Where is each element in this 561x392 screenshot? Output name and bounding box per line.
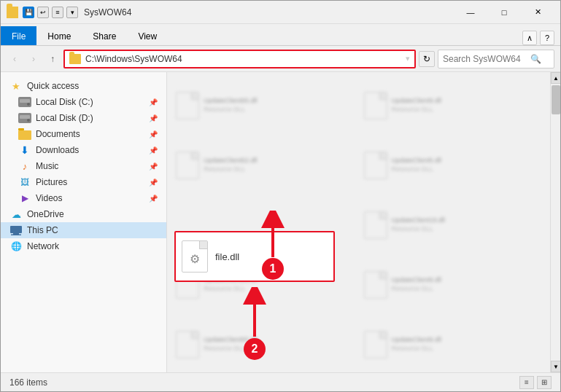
properties-quick-btn[interactable]: ≡	[52, 7, 63, 18]
refresh-button[interactable]: ↻	[419, 51, 435, 67]
search-input[interactable]	[443, 54, 530, 64]
sidebar-label-local-disk-c: Local Disk (C:)	[36, 97, 149, 107]
background-files: UpdateClient65.dllResource DLL UpdateCli…	[167, 72, 550, 372]
annotation-circle-1: 1	[262, 258, 284, 280]
content-area: UpdateClient65.dllResource DLL UpdateCli…	[167, 72, 560, 372]
bg-file-8: UpdateClient9.dllResource DLL	[360, 256, 546, 314]
bg-file-10: UpdateClient9.dllResource DLL	[360, 315, 546, 372]
videos-icon: ▶	[18, 192, 31, 204]
bg-file-6: UpdateClient19.dllResource DLL	[360, 196, 546, 254]
window-icon	[7, 7, 18, 18]
minimize-button[interactable]: —	[454, 1, 487, 24]
details-view-btn[interactable]: ≡	[519, 376, 534, 389]
sidebar-item-local-disk-d[interactable]: Local Disk (D:) 📌	[1, 110, 166, 126]
svg-point-5	[27, 119, 30, 122]
sidebar-label-onedrive: OneDrive	[27, 209, 158, 219]
scrollbar[interactable]: ▲ ▼	[550, 72, 560, 372]
ribbon-right: ∧ ?	[522, 31, 560, 45]
svg-rect-1	[20, 99, 30, 103]
sidebar-item-music[interactable]: ♪ Music 📌	[1, 158, 166, 174]
status-bar: 166 items ≡ ⊞	[1, 372, 560, 391]
ribbon: File Home Share View ∧ ?	[1, 24, 560, 46]
save-quick-btn[interactable]: 💾	[23, 7, 34, 18]
sidebar-item-downloads[interactable]: ⬇ Downloads 📌	[1, 142, 166, 158]
scroll-down-btn[interactable]: ▼	[551, 361, 560, 372]
annotation-arrow-2	[242, 287, 267, 340]
search-box: 🔍	[438, 50, 554, 68]
pictures-icon: 🖼	[18, 176, 31, 188]
main-content: ★ Quick access Local Disk (C:) 📌 Local D…	[1, 72, 560, 372]
pin-icon-documents: 📌	[149, 130, 158, 138]
downloads-icon: ⬇	[18, 144, 31, 156]
undo-quick-btn[interactable]: ↩	[37, 7, 49, 18]
file-dll-name: file.dll	[215, 251, 239, 262]
forward-button[interactable]: ›	[26, 51, 42, 67]
documents-icon	[18, 128, 31, 140]
annotation-circle-2: 2	[244, 338, 266, 360]
sidebar-item-videos[interactable]: ▶ Videos 📌	[1, 190, 166, 206]
pin-icon-videos: 📌	[149, 195, 158, 203]
svg-point-2	[27, 103, 30, 106]
annotation-arrow-1	[260, 211, 285, 260]
sidebar-label-music: Music	[36, 161, 149, 171]
network-icon: 🌐	[9, 240, 23, 252]
address-dropdown-icon[interactable]: ▾	[406, 54, 410, 63]
ribbon-tab-bar: File Home Share View ∧ ?	[1, 24, 560, 46]
scroll-up-btn[interactable]: ▲	[551, 72, 560, 84]
sidebar-label-downloads: Downloads	[36, 145, 149, 155]
sidebar-item-onedrive[interactable]: ☁ OneDrive	[1, 206, 166, 222]
up-button[interactable]: ↑	[45, 51, 61, 67]
sidebar-label-videos: Videos	[36, 193, 149, 203]
sidebar-label-documents: Documents	[36, 129, 149, 139]
tab-view[interactable]: View	[127, 26, 168, 45]
svg-rect-4	[20, 115, 30, 119]
address-folder-icon	[69, 54, 81, 64]
svg-rect-11	[11, 235, 21, 236]
sidebar-label-local-disk-d: Local Disk (D:)	[36, 113, 149, 123]
file-dll-icon: ⚙	[182, 240, 208, 273]
ribbon-help-btn[interactable]: ?	[540, 31, 554, 45]
sidebar-label-network: Network	[27, 241, 158, 251]
sidebar-item-pictures[interactable]: 🖼 Pictures 📌	[1, 174, 166, 190]
pin-icon-pictures: 📌	[149, 179, 158, 187]
window-title: SysWOW64	[84, 7, 454, 17]
sidebar-item-network[interactable]: 🌐 Network	[1, 238, 166, 254]
title-bar: 💾 ↩ ≡ ▾ SysWOW64 — □ ✕	[1, 1, 560, 24]
ribbon-collapse-btn[interactable]: ∧	[522, 31, 537, 45]
close-button[interactable]: ✕	[521, 1, 554, 24]
large-icons-view-btn[interactable]: ⊞	[537, 376, 552, 389]
star-icon: ★	[9, 80, 23, 92]
quick-access-toolbar: 💾 ↩ ≡ ▾	[23, 7, 78, 18]
address-bar: ‹ › ↑ C:\Windows\SysWOW64 ▾ ↻ 🔍	[1, 46, 560, 72]
highlighted-file[interactable]: ⚙ file.dll	[174, 231, 335, 282]
sidebar-item-documents[interactable]: Documents 📌	[1, 126, 166, 142]
address-field[interactable]: C:\Windows\SysWOW64 ▾	[63, 50, 416, 68]
pin-icon-downloads: 📌	[149, 146, 158, 154]
pin-icon-d: 📌	[149, 114, 158, 122]
disk-d-icon	[18, 112, 31, 124]
tab-share[interactable]: Share	[82, 26, 127, 45]
sidebar-label-quick-access: Quick access	[27, 81, 158, 91]
sidebar-item-local-disk-c[interactable]: Local Disk (C:) 📌	[1, 94, 166, 110]
sidebar-item-quick-access[interactable]: ★ Quick access	[1, 78, 166, 94]
maximize-button[interactable]: □	[487, 1, 521, 24]
tab-home[interactable]: Home	[36, 26, 82, 45]
dropdown-quick-btn[interactable]: ▾	[66, 7, 78, 18]
view-controls: ≡ ⊞	[519, 376, 552, 389]
pin-icon-music: 📌	[149, 162, 158, 170]
bg-file-2: UpdateClient9.dllResource DLL	[360, 77, 546, 135]
svg-rect-7	[18, 128, 24, 130]
item-count: 166 items	[9, 377, 47, 388]
onedrive-icon: ☁	[9, 208, 23, 220]
scrollbar-track-area	[551, 84, 560, 361]
sidebar-item-this-pc[interactable]: This PC	[1, 222, 166, 238]
bg-file-3: UpdateClient62.dllResource DLL	[171, 136, 358, 195]
disk-c-icon	[18, 96, 31, 108]
tab-file[interactable]: File	[1, 26, 36, 45]
sidebar-label-this-pc: This PC	[27, 225, 158, 235]
music-icon: ♪	[18, 160, 31, 172]
back-button[interactable]: ‹	[7, 51, 23, 67]
scrollbar-thumb[interactable]	[552, 85, 560, 114]
sidebar-label-pictures: Pictures	[36, 177, 149, 187]
this-pc-icon	[9, 224, 23, 236]
